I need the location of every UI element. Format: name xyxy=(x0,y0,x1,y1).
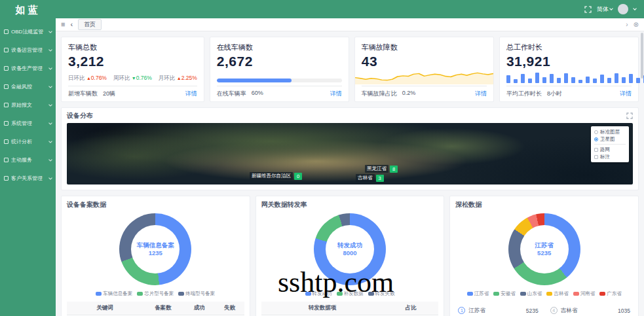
legend-item[interactable]: 吉林省 xyxy=(546,290,569,297)
caret-down-icon xyxy=(609,7,613,10)
card-value: 2,672 xyxy=(217,54,342,69)
legend-item[interactable]: 广东省 xyxy=(599,290,622,297)
sidebar-menu-item[interactable]: 主动服务 xyxy=(0,150,56,169)
arrow-down-icon: ▼ xyxy=(132,76,136,80)
legend-item[interactable]: 河南省 xyxy=(573,290,596,297)
forward-donut-chart: 转发成功 8000 xyxy=(314,213,386,285)
menu-icon xyxy=(4,48,9,52)
forward-table: 转发数据项占比转发成功80%补发数据15%转发失败5% xyxy=(261,302,439,316)
legend-item[interactable]: 芯片型号备案 xyxy=(137,290,174,297)
legend-item[interactable]: 山东省 xyxy=(520,290,542,297)
sidebar-menu-item[interactable]: 客户关系管理 xyxy=(0,169,56,187)
map-badge-heilongjiang[interactable]: 黑龙江省 8 xyxy=(365,165,398,173)
top-header: 简体 xyxy=(56,0,644,18)
badge-count: 0 xyxy=(294,173,302,180)
detail-link[interactable]: 详情 xyxy=(620,90,632,98)
language-label: 简体 xyxy=(597,5,609,14)
detail-link[interactable]: 详情 xyxy=(185,90,197,98)
card-online-vehicles: 在线车辆数 2,672 在线车辆率 60% 详情 xyxy=(210,37,349,102)
spark-bar xyxy=(521,74,525,83)
legend-item[interactable]: 安徽省 xyxy=(493,290,516,297)
table-header: 占比 xyxy=(383,302,438,315)
main-content: 车辆总数 3,212 日环比 ▲0.76% 周环比 ▼0.76% 月环比 ▲2.… xyxy=(56,31,644,316)
layer-radio-satellite[interactable]: 卫星图 xyxy=(594,135,626,143)
chevron-left-icon[interactable]: ‹ xyxy=(70,21,73,28)
card-value: 3,212 xyxy=(68,54,197,69)
chevron-down-icon xyxy=(48,66,52,70)
map-badge-xinjiang[interactable]: 新疆维吾尔自治区 0 xyxy=(250,172,302,180)
legend-swatch xyxy=(368,292,374,296)
legend-swatch xyxy=(137,292,143,296)
legend-swatch xyxy=(520,292,526,296)
province-donut-chart: 江苏省 5235 xyxy=(508,213,580,285)
legend-item[interactable]: 终端型号备案 xyxy=(178,290,215,297)
sidebar-menu-item[interactable]: 金融风控 xyxy=(0,77,56,96)
sidebar-item-label: OBD法规监管 xyxy=(11,28,48,35)
badge-count: 3 xyxy=(376,175,384,182)
legend-item[interactable]: 转发失败 xyxy=(368,290,395,297)
filing-donut-chart: 车辆信息备案 1235 xyxy=(119,213,191,285)
detail-link[interactable]: 详情 xyxy=(330,90,342,98)
panel-title: 网关数据转发率 xyxy=(261,200,307,209)
chevron-down-icon xyxy=(48,29,52,33)
tab-home[interactable]: 首页 xyxy=(78,19,102,30)
arrow-up-icon: ▲ xyxy=(177,76,181,80)
subsoiling-panel: 深松数据 江苏省 5235 江苏省 xyxy=(449,196,639,316)
rank-row[interactable]: 4 吉林省 1035 xyxy=(550,304,630,316)
sidebar-menu-item[interactable]: 系统管理 xyxy=(0,114,56,132)
online-progress-bar xyxy=(217,79,342,82)
spark-bar xyxy=(514,79,518,83)
work-hours-bar-chart xyxy=(506,71,632,83)
spark-bar xyxy=(636,78,640,83)
fullscreen-icon[interactable] xyxy=(584,6,592,13)
gateway-forward-panel: 网关数据转发率 转发成功 8000 转发成功 xyxy=(256,196,445,316)
sidebar-menu-item[interactable]: 原始报文 xyxy=(0,96,56,114)
detail-link[interactable]: 详情 xyxy=(475,90,487,98)
chevron-down-icon xyxy=(48,121,52,125)
satellite-map[interactable]: 标准图层 卫星图 路网 标注 新疆维吾尔自治区 0 xyxy=(67,123,633,184)
bottom-panels-row: 设备备案数据 车辆信息备案 1235 车辆信息备案 xyxy=(61,196,639,316)
chart-legend: 转发成功 补发数据 转发失败 xyxy=(261,290,439,297)
map-layer-control: 标准图层 卫星图 路网 标注 xyxy=(591,126,629,162)
badge-count: 8 xyxy=(390,166,398,173)
sidebar-menu-item[interactable]: 设备生产管理 xyxy=(0,59,56,77)
rank-row[interactable]: 1 江苏省 5235 xyxy=(458,304,538,316)
chevron-right-icon[interactable]: › xyxy=(626,21,628,28)
spark-bar xyxy=(586,77,590,83)
device-filing-panel: 设备备案数据 车辆信息备案 1235 车辆信息备案 xyxy=(61,196,250,316)
sidebar-item-label: 原始报文 xyxy=(11,101,48,109)
tab-close-all-icon[interactable]: ⊗ xyxy=(634,21,639,28)
sidebar-menu-item[interactable]: 统计分析 xyxy=(0,132,56,150)
spark-bar xyxy=(615,73,618,83)
hamburger-icon[interactable]: ≡ xyxy=(61,21,65,28)
donut-center-label: 车辆信息备案 1235 xyxy=(119,213,191,285)
panel-title: 设备分布 xyxy=(67,111,93,120)
legend-item[interactable]: 补发数据 xyxy=(337,290,364,297)
layer-check-labels[interactable]: 标注 xyxy=(594,153,626,160)
legend-item[interactable]: 江苏省 xyxy=(467,290,489,297)
card-total-vehicles: 车辆总数 3,212 日环比 ▲0.76% 周环比 ▼0.76% 月环比 ▲2.… xyxy=(61,37,204,102)
sidebar-menu-item[interactable]: 设备运营管理 xyxy=(0,41,56,59)
menu-icon xyxy=(4,66,9,71)
fault-sparkline-chart xyxy=(355,65,493,84)
legend-swatch xyxy=(178,292,184,296)
layer-check-roads[interactable]: 路网 xyxy=(594,146,626,153)
legend-item[interactable]: 转发成功 xyxy=(305,290,332,297)
expand-icon[interactable] xyxy=(626,113,633,119)
user-menu-caret-icon[interactable] xyxy=(633,7,637,10)
spark-bar xyxy=(557,78,561,83)
scrollbar-thumb[interactable] xyxy=(641,33,643,79)
table-header: 失败 xyxy=(215,302,244,315)
legend-swatch xyxy=(546,292,552,296)
layer-radio-standard[interactable]: 标准图层 xyxy=(594,128,626,135)
sidebar-menu-item[interactable]: OBD法规监管 xyxy=(0,22,56,41)
legend-item[interactable]: 车辆信息备案 xyxy=(96,290,132,297)
avatar[interactable] xyxy=(618,4,628,14)
card-title: 总工作时长 xyxy=(506,43,632,52)
legend-swatch xyxy=(337,292,343,296)
chart-legend: 车辆信息备案 芯片型号备案 终端型号备案 xyxy=(67,290,244,297)
menu-icon xyxy=(4,103,9,107)
map-badge-jilin[interactable]: 吉林省 3 xyxy=(356,174,384,182)
sidebar-item-label: 主动服务 xyxy=(11,156,48,164)
language-selector[interactable]: 简体 xyxy=(597,5,613,14)
